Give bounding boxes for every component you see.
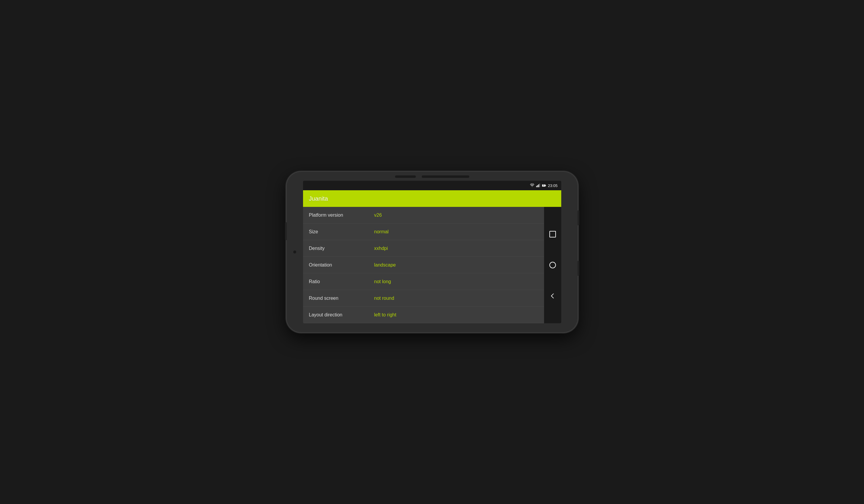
side-button-left [285, 222, 287, 240]
list-item-value: v26 [374, 213, 382, 218]
speaker-right [422, 176, 469, 178]
screen: 23:05 Juanita [303, 181, 561, 323]
front-camera [293, 251, 296, 253]
svg-rect-1 [536, 186, 537, 187]
list-item-label: Layout direction [309, 312, 374, 317]
list-item: Platform versionv26 [303, 207, 544, 224]
list-item-label: Ratio [309, 279, 374, 284]
phone-shell: 23:05 Juanita [287, 172, 578, 332]
home-icon [549, 262, 556, 268]
status-icons [530, 183, 546, 188]
status-bar: 23:05 [303, 181, 561, 190]
back-icon [549, 293, 556, 299]
list-item-label: Round screen [309, 296, 374, 301]
list-item-value: not long [374, 279, 391, 284]
navigation-bar [544, 207, 561, 323]
status-time: 23:05 [548, 183, 558, 188]
svg-rect-4 [539, 184, 540, 187]
list-item: Layout directionleft to right [303, 307, 544, 323]
svg-rect-6 [545, 185, 546, 186]
side-button-right-top [578, 211, 579, 225]
list-item: Sizenormal [303, 224, 544, 240]
content-area: Platform versionv26SizenormalDensityxxhd… [303, 207, 561, 323]
scene: 23:05 Juanita [269, 166, 596, 338]
settings-list: Platform versionv26SizenormalDensityxxhd… [303, 207, 544, 323]
recents-icon [549, 231, 556, 238]
list-item: Rationot long [303, 273, 544, 290]
battery-icon [542, 183, 546, 188]
app-bar-title: Juanita [309, 195, 328, 202]
list-item-value: xxhdpi [374, 246, 388, 251]
list-item-label: Size [309, 229, 374, 235]
speaker-left [395, 176, 416, 178]
phone-top-notch [395, 176, 469, 178]
list-item: Orientationlandscape [303, 257, 544, 273]
back-button[interactable] [549, 293, 556, 299]
side-button-right-bottom [578, 261, 579, 276]
list-item-label: Density [309, 246, 374, 251]
list-item: Round screennot round [303, 290, 544, 307]
list-item: Densityxxhdpi [303, 240, 544, 257]
svg-rect-3 [538, 184, 539, 187]
list-item-value: not round [374, 296, 394, 301]
list-item-label: Orientation [309, 262, 374, 268]
list-item-value: normal [374, 229, 389, 235]
recents-button[interactable] [549, 231, 556, 238]
svg-rect-2 [537, 185, 538, 187]
home-button[interactable] [549, 262, 556, 268]
signal-icon [536, 183, 540, 188]
list-item-label: Platform version [309, 213, 374, 218]
list-item-value: left to right [374, 312, 397, 317]
wifi-icon [530, 183, 534, 188]
list-item-value: landscape [374, 262, 396, 268]
app-bar: Juanita [303, 190, 561, 207]
svg-point-0 [532, 187, 532, 187]
